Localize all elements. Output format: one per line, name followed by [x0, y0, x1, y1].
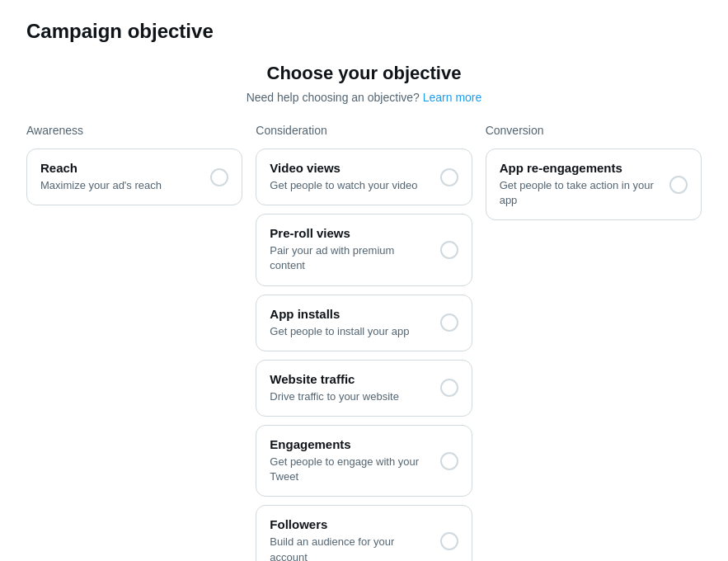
help-text: Need help choosing an objective? Learn m… [247, 91, 482, 104]
option-card-content: App re-engagementsGet people to take act… [500, 161, 660, 208]
option-card-website-traffic[interactable]: Website trafficDrive traffic to your web… [256, 360, 472, 417]
radio-button[interactable] [210, 168, 228, 186]
option-title: Reach [40, 161, 200, 175]
column-awareness: AwarenessReachMaximize your ad's reach [26, 124, 242, 205]
option-card-content: Video viewsGet people to watch your vide… [270, 161, 430, 193]
option-description: Maximize your ad's reach [40, 178, 200, 193]
column-consideration: ConsiderationVideo viewsGet people to wa… [256, 124, 472, 561]
option-title: App re-engagements [500, 161, 660, 175]
option-description: Get people to take action in your app [500, 178, 660, 208]
radio-button[interactable] [440, 314, 458, 332]
option-card-content: ReachMaximize your ad's reach [40, 161, 200, 193]
radio-button[interactable] [440, 379, 458, 397]
option-description: Drive traffic to your website [270, 389, 430, 404]
option-card-app-installs[interactable]: App installsGet people to install your a… [256, 295, 472, 351]
option-card-content: App installsGet people to install your a… [270, 307, 430, 339]
option-card-content: Pre-roll viewsPair your ad with premium … [270, 226, 430, 273]
column-conversion: ConversionApp re-engagementsGet people t… [486, 124, 702, 220]
option-title: Engagements [270, 437, 430, 451]
page-title: Campaign objective [26, 20, 702, 43]
column-label-1: Consideration [256, 124, 472, 137]
option-card-content: FollowersBuild an audience for your acco… [270, 517, 430, 561]
option-description: Get people to watch your video [270, 178, 430, 193]
option-description: Build an audience for your account [270, 535, 430, 561]
option-title: Pre-roll views [270, 226, 430, 240]
radio-button[interactable] [440, 168, 458, 186]
learn-more-link[interactable]: Learn more [423, 91, 482, 104]
option-description: Pair your ad with premium content [270, 243, 430, 273]
option-card-video-views[interactable]: Video viewsGet people to watch your vide… [256, 148, 472, 205]
option-card-engagements[interactable]: EngagementsGet people to engage with you… [256, 425, 472, 497]
option-card-content: EngagementsGet people to engage with you… [270, 437, 430, 484]
radio-button[interactable] [440, 241, 458, 259]
column-label-2: Conversion [486, 124, 702, 137]
radio-button[interactable] [669, 176, 688, 194]
radio-button[interactable] [440, 452, 458, 470]
radio-button[interactable] [440, 532, 458, 550]
column-label-0: Awareness [26, 124, 242, 137]
section-heading: Choose your objective [267, 63, 462, 84]
option-description: Get people to engage with your Tweet [270, 455, 430, 484]
option-title: Followers [270, 517, 430, 531]
option-description: Get people to install your app [270, 324, 430, 339]
option-title: Video views [270, 161, 430, 175]
objective-columns: AwarenessReachMaximize your ad's reachCo… [26, 124, 702, 561]
option-title: App installs [270, 307, 430, 321]
option-card-reach[interactable]: ReachMaximize your ad's reach [26, 148, 242, 205]
option-card-content: Website trafficDrive traffic to your web… [270, 372, 430, 404]
option-card-app-re-engagements[interactable]: App re-engagementsGet people to take act… [486, 148, 702, 220]
option-title: Website traffic [270, 372, 430, 386]
option-card-pre-roll-views[interactable]: Pre-roll viewsPair your ad with premium … [256, 214, 472, 285]
option-card-followers[interactable]: FollowersBuild an audience for your acco… [256, 505, 472, 561]
